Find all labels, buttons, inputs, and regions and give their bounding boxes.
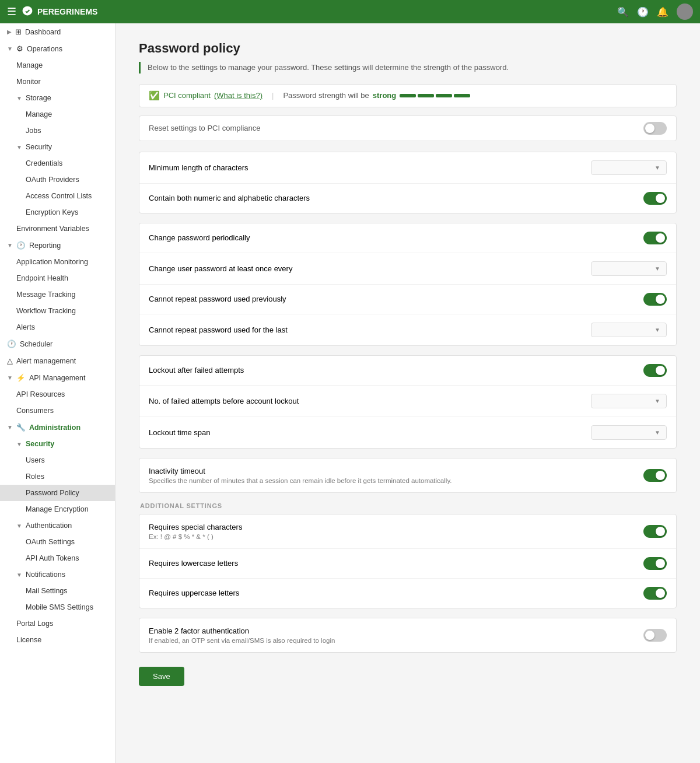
user-avatar[interactable] bbox=[677, 4, 693, 20]
layout: ▶ ⊞ Dashboard ▼ ⚙ Operations Manage Moni… bbox=[0, 23, 700, 763]
requires-special-toggle[interactable] bbox=[643, 525, 667, 538]
sidebar-item-storage-manage[interactable]: Manage bbox=[0, 106, 115, 123]
contain-both-toggle[interactable] bbox=[643, 192, 667, 205]
logo-text: PEREGRINEMS bbox=[37, 7, 97, 16]
sidebar-item-endpoint-health[interactable]: Endpoint Health bbox=[0, 270, 115, 286]
sidebar-item-administration[interactable]: ▼ 🔧 Administration bbox=[0, 419, 115, 436]
sidebar-item-env-vars[interactable]: Environment Variables bbox=[0, 220, 115, 237]
clock-icon[interactable]: 🕐 bbox=[637, 6, 649, 18]
card-row-lowercase: Requires lowercase letters bbox=[139, 549, 676, 579]
sidebar-item-acl[interactable]: Access Control Lists bbox=[0, 188, 115, 204]
sidebar-item-mobile-sms[interactable]: Mobile SMS Settings bbox=[0, 599, 115, 615]
sidebar-label-mail-settings: Mail Settings bbox=[26, 587, 68, 595]
lockout-failed-toggle[interactable] bbox=[643, 364, 667, 377]
sidebar-label-consumers: Consumers bbox=[16, 407, 54, 415]
pci-what-is-this-link[interactable]: (What is this?) bbox=[214, 91, 262, 100]
card-lockout: Lockout after failed attempts No. of fai… bbox=[139, 355, 677, 449]
inactivity-sublabel: Specifies the number of minutes that a s… bbox=[149, 477, 452, 484]
sidebar-item-password-policy[interactable]: Password Policy bbox=[0, 485, 115, 501]
sidebar-item-storage[interactable]: ▼ Storage bbox=[0, 90, 115, 106]
sidebar-label-encryption-keys: Encryption Keys bbox=[26, 208, 78, 216]
sidebar-item-security-ops[interactable]: ▼ Security bbox=[0, 139, 115, 155]
sidebar-item-oauth-settings[interactable]: OAuth Settings bbox=[0, 534, 115, 550]
contain-both-label: Contain both numeric and alphabetic char… bbox=[149, 194, 310, 202]
chevron-down-icon-notifications: ▼ bbox=[16, 572, 22, 578]
menu-icon[interactable]: ☰ bbox=[7, 5, 16, 18]
card-additional-settings: Requires special characters Ex: ! @ # $ … bbox=[139, 514, 677, 608]
sidebar-label-oauth-providers: OAuth Providers bbox=[26, 176, 79, 184]
inactivity-label: Inactivity timeout bbox=[149, 467, 452, 475]
card-row-contain-both: Contain both numeric and alphabetic char… bbox=[139, 184, 676, 213]
card-row-min-length: Minimum length of characters ▼ bbox=[139, 152, 676, 184]
sidebar-item-reporting[interactable]: ▼ 🕐 Reporting bbox=[0, 237, 115, 254]
sidebar-item-message-tracking[interactable]: Message Tracking bbox=[0, 286, 115, 303]
strength-bar-4 bbox=[454, 94, 470, 97]
sidebar-item-credentials[interactable]: Credentials bbox=[0, 155, 115, 172]
sidebar-item-encryption-keys[interactable]: Encryption Keys bbox=[0, 204, 115, 220]
enable-2fa-toggle[interactable] bbox=[643, 629, 667, 642]
cannot-repeat-toggle[interactable] bbox=[643, 293, 667, 306]
chevron-down-icon-storage: ▼ bbox=[16, 95, 22, 102]
sidebar-label-roles: Roles bbox=[26, 473, 44, 481]
sidebar-item-alerts[interactable]: Alerts bbox=[0, 319, 115, 335]
sidebar-item-portal-logs[interactable]: Portal Logs bbox=[0, 615, 115, 632]
special-chars-sublabel: Ex: ! @ # $ % * & * ( ) bbox=[149, 533, 242, 540]
reset-settings-toggle[interactable] bbox=[643, 122, 667, 135]
min-length-dropdown[interactable]: ▼ bbox=[591, 160, 667, 175]
requires-uppercase-toggle[interactable] bbox=[643, 587, 667, 600]
dropdown-arrow-icon-2: ▼ bbox=[654, 265, 660, 272]
sidebar-item-alert-management[interactable]: △ Alert management bbox=[0, 352, 115, 369]
change-periodically-toggle[interactable] bbox=[643, 232, 667, 244]
logo: PEREGRINEMS bbox=[21, 5, 97, 18]
dropdown-arrow-icon-3: ▼ bbox=[654, 327, 660, 333]
sidebar-label-operations-manage: Manage bbox=[16, 61, 43, 69]
special-chars-label: Requires special characters bbox=[149, 523, 242, 531]
sidebar-label-users: Users bbox=[26, 456, 45, 464]
sidebar-item-mail-settings[interactable]: Mail Settings bbox=[0, 583, 115, 599]
change-at-least-dropdown[interactable]: ▼ bbox=[591, 261, 667, 276]
sidebar-item-license[interactable]: License bbox=[0, 632, 115, 648]
sidebar-item-operations-monitor[interactable]: Monitor bbox=[0, 74, 115, 90]
sidebar-item-oauth-providers[interactable]: OAuth Providers bbox=[0, 172, 115, 188]
no-failed-attempts-dropdown[interactable]: ▼ bbox=[591, 394, 667, 408]
sidebar: ▶ ⊞ Dashboard ▼ ⚙ Operations Manage Moni… bbox=[0, 23, 116, 763]
pci-compliant-status: ✅ PCI compliant (What is this?) bbox=[149, 90, 262, 101]
requires-lowercase-toggle[interactable] bbox=[643, 557, 667, 570]
additional-settings-label: ADDITIONAL SETTINGS bbox=[139, 502, 677, 509]
save-button[interactable]: Save bbox=[139, 667, 184, 686]
search-icon[interactable]: 🔍 bbox=[617, 6, 629, 18]
bell-icon[interactable]: 🔔 bbox=[657, 6, 668, 18]
sidebar-item-api-resources[interactable]: API Resources bbox=[0, 386, 115, 402]
cannot-repeat-last-dropdown[interactable]: ▼ bbox=[591, 323, 667, 337]
sidebar-item-app-monitoring[interactable]: Application Monitoring bbox=[0, 254, 115, 270]
sidebar-item-workflow-tracking[interactable]: Workflow Tracking bbox=[0, 303, 115, 319]
chevron-down-icon-admin: ▼ bbox=[7, 424, 13, 430]
sidebar-item-notifications[interactable]: ▼ Notifications bbox=[0, 566, 115, 583]
sidebar-item-authentication[interactable]: ▼ Authentication bbox=[0, 517, 115, 534]
sidebar-item-api-auth-tokens[interactable]: API Auth Tokens bbox=[0, 550, 115, 566]
sidebar-item-operations[interactable]: ▼ ⚙ Operations bbox=[0, 40, 115, 57]
scheduler-icon: 🕐 bbox=[7, 340, 16, 348]
2fa-label-block: Enable 2 factor authentication If enable… bbox=[149, 626, 335, 644]
special-chars-label-block: Requires special characters Ex: ! @ # $ … bbox=[149, 523, 242, 540]
card-row-special-chars: Requires special characters Ex: ! @ # $ … bbox=[139, 514, 676, 549]
sidebar-item-dashboard[interactable]: ▶ ⊞ Dashboard bbox=[0, 23, 115, 40]
sidebar-label-alerts: Alerts bbox=[16, 323, 35, 331]
dropdown-arrow-icon-5: ▼ bbox=[654, 429, 660, 436]
strength-bars bbox=[400, 94, 470, 97]
sidebar-item-operations-manage[interactable]: Manage bbox=[0, 57, 115, 74]
sidebar-item-consumers[interactable]: Consumers bbox=[0, 402, 115, 419]
lockout-timespan-dropdown[interactable]: ▼ bbox=[591, 425, 667, 440]
admin-icon: 🔧 bbox=[16, 423, 26, 432]
sidebar-item-api-management[interactable]: ▼ ⚡ API Management bbox=[0, 369, 115, 386]
sidebar-label-api-management: API Management bbox=[29, 374, 86, 382]
sidebar-item-scheduler[interactable]: 🕐 Scheduler bbox=[0, 335, 115, 352]
sidebar-item-roles[interactable]: Roles bbox=[0, 468, 115, 485]
sidebar-item-admin-security[interactable]: ▼ Security bbox=[0, 436, 115, 452]
inactivity-toggle[interactable] bbox=[643, 469, 667, 482]
sidebar-item-storage-jobs[interactable]: Jobs bbox=[0, 123, 115, 139]
sidebar-label-message-tracking: Message Tracking bbox=[16, 290, 75, 299]
pci-divider: | bbox=[272, 91, 274, 100]
sidebar-item-manage-encryption[interactable]: Manage Encryption bbox=[0, 501, 115, 517]
sidebar-item-users[interactable]: Users bbox=[0, 452, 115, 468]
